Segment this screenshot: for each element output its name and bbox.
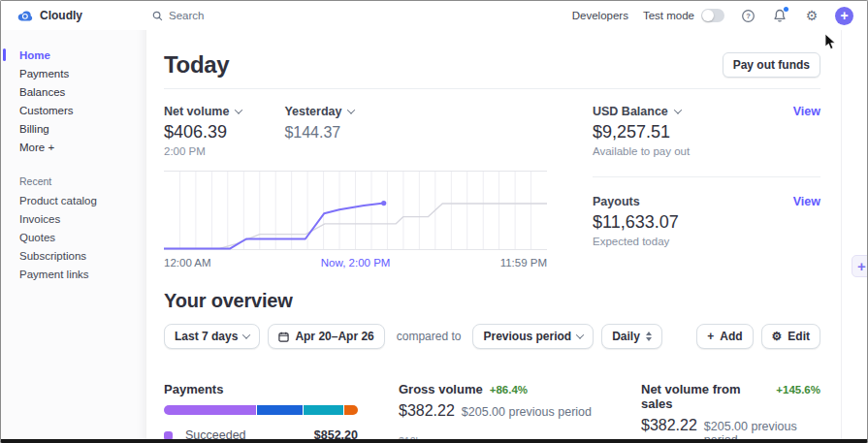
bar-segment-refunded (304, 405, 343, 415)
yesterday-selector[interactable]: Yesterday (284, 105, 354, 118)
cloudly-logo-icon (16, 8, 33, 24)
svg-text:?: ? (746, 12, 751, 20)
app-window: Cloudly Search Developers Test mode ? (0, 0, 868, 443)
bar-segment-failed (344, 405, 358, 415)
sidebar-item-customers[interactable]: Customers (1, 101, 146, 119)
payouts-block: Payouts View $11,633.07 Expected today (593, 195, 820, 247)
payments-row-amount: $852.20 (314, 428, 358, 439)
top-bar-actions: Developers Test mode ? ⚙ (572, 7, 853, 25)
search-placeholder: Search (169, 10, 204, 21)
section-divider (164, 88, 820, 89)
calendar-icon (278, 332, 289, 342)
add-widget-button[interactable]: + Add (696, 324, 753, 349)
chevron-down-icon (235, 106, 242, 113)
net-volume-stat: Net volume $406.39 2:00 PM (164, 105, 241, 157)
test-mode-toggle[interactable] (701, 9, 724, 22)
x-axis-start-label: 12:00 AM (164, 257, 211, 269)
usd-balance-view-link[interactable]: View (793, 105, 820, 118)
net-volume-time: 2:00 PM (164, 145, 241, 157)
compared-to-label: compared to (397, 330, 462, 343)
chevron-down-icon (242, 331, 250, 338)
active-indicator (3, 48, 6, 61)
pay-out-funds-button[interactable]: Pay out funds (723, 52, 820, 78)
brand-name: Cloudly (40, 9, 82, 22)
sidebar-item-balances[interactable]: Balances (1, 82, 146, 101)
payouts-subtext: Expected today (593, 236, 820, 247)
sidebar-item-payments[interactable]: Payments (1, 64, 146, 82)
bar-segment-uncaptured (257, 405, 303, 415)
net-volume-line-chart (164, 171, 547, 250)
stat-label-text: Net volume (164, 105, 229, 118)
gross-volume-widget: Gross volume +86.4% $382.22 $205.00 prev… (399, 382, 600, 439)
gear-icon: ⚙ (772, 331, 783, 342)
date-range-dropdown[interactable]: Last 7 days (164, 324, 260, 349)
sidebar-item-home[interactable]: Home (1, 46, 146, 64)
gross-volume-delta: +86.4% (490, 384, 528, 396)
sidebar-item-more[interactable]: More + (1, 138, 146, 156)
sidebar-item-label: Billing (19, 123, 49, 135)
toggle-knob (702, 10, 714, 21)
payments-widget: Payments Succeeded $852.20 Uncaptured $4… (164, 382, 358, 439)
granularity-dropdown[interactable]: Daily (601, 324, 662, 349)
edit-widgets-button[interactable]: ⚙ Edit (761, 324, 820, 349)
sidebar-item-billing[interactable]: Billing (1, 119, 146, 138)
net-volume-chart: 12:00 AM Now, 2:00 PM 11:59 PM (164, 171, 547, 269)
sidebar-item-subscriptions[interactable]: Subscriptions (1, 246, 146, 265)
compare-period-dropdown[interactable]: Previous period (472, 324, 594, 349)
help-icon: ? (741, 9, 755, 23)
stat-label-text: Yesterday (284, 105, 341, 118)
sidebar-item-label: Customers (19, 105, 74, 116)
gross-volume-previous: $205.00 previous period (462, 405, 592, 419)
notifications-button[interactable] (771, 7, 788, 24)
usd-balance-value: $9,257.51 (593, 122, 820, 142)
sidebar-item-label: Payments (19, 68, 69, 79)
x-axis-end-label: 11:59 PM (500, 257, 547, 269)
gear-icon: ⚙ (806, 9, 819, 22)
sidebar-item-label: More + (19, 142, 54, 153)
date-picker-button[interactable]: Apr 20–Apr 26 (268, 324, 384, 349)
overview-filter-row: Last 7 days Apr 20–Apr 26 compared to Pr… (164, 324, 820, 349)
granularity-label: Daily (612, 330, 640, 343)
sidebar-item-label: Balances (19, 86, 65, 98)
net-volume-sales-delta: +145.6% (776, 384, 820, 396)
sidebar-item-quotes[interactable]: Quotes (1, 228, 146, 246)
sidebar-item-label: Product catalog (19, 195, 97, 206)
notification-dot (784, 7, 788, 12)
settings-button[interactable]: ⚙ (803, 7, 820, 24)
payments-row-succeeded[interactable]: Succeeded $852.20 (164, 422, 358, 439)
developers-link[interactable]: Developers (572, 10, 628, 21)
sidebar-item-payment-links[interactable]: Payment links (1, 265, 146, 283)
sidebar-item-label: Quotes (19, 232, 55, 243)
search-icon (152, 11, 163, 21)
net-volume-sales-value: $382.22 (641, 417, 697, 434)
edit-label: Edit (788, 330, 810, 343)
add-label: Add (720, 330, 742, 343)
usd-balance-subtext: Available to pay out (593, 145, 820, 157)
chevron-down-icon (347, 106, 355, 113)
floating-add-button[interactable]: + (852, 255, 868, 277)
sidebar-item-label: Invoices (19, 213, 60, 225)
sidebar-item-product-catalog[interactable]: Product catalog (1, 191, 146, 209)
gross-volume-title: Gross volume (399, 382, 483, 396)
date-picker-label: Apr 20–Apr 26 (295, 330, 373, 343)
yesterday-stat: Yesterday $144.37 (284, 105, 354, 157)
gross-volume-axis-label: $12k (399, 435, 600, 439)
test-mode-label: Test mode (643, 10, 694, 21)
page-title-overview: Your overview (164, 290, 820, 312)
balance-divider (593, 176, 820, 177)
help-button[interactable]: ? (739, 7, 756, 24)
search-input[interactable]: Search (152, 10, 204, 21)
plus-icon: + (840, 9, 848, 22)
create-button[interactable]: + (835, 7, 853, 25)
net-volume-sales-widget: Net volume from sales +145.6% $382.22 $2… (641, 382, 820, 439)
chevron-down-icon (576, 331, 584, 338)
stat-label-text: USD Balance (593, 105, 668, 118)
usd-balance-selector[interactable]: USD Balance (593, 105, 681, 118)
payouts-view-link[interactable]: View (793, 195, 820, 208)
bar-segment-succeeded (164, 405, 256, 415)
scrollbar-track[interactable] (841, 30, 842, 439)
chevron-down-icon (674, 106, 682, 113)
net-volume-selector[interactable]: Net volume (164, 105, 241, 118)
sidebar-item-invoices[interactable]: Invoices (1, 209, 146, 228)
payments-title: Payments (164, 382, 358, 396)
